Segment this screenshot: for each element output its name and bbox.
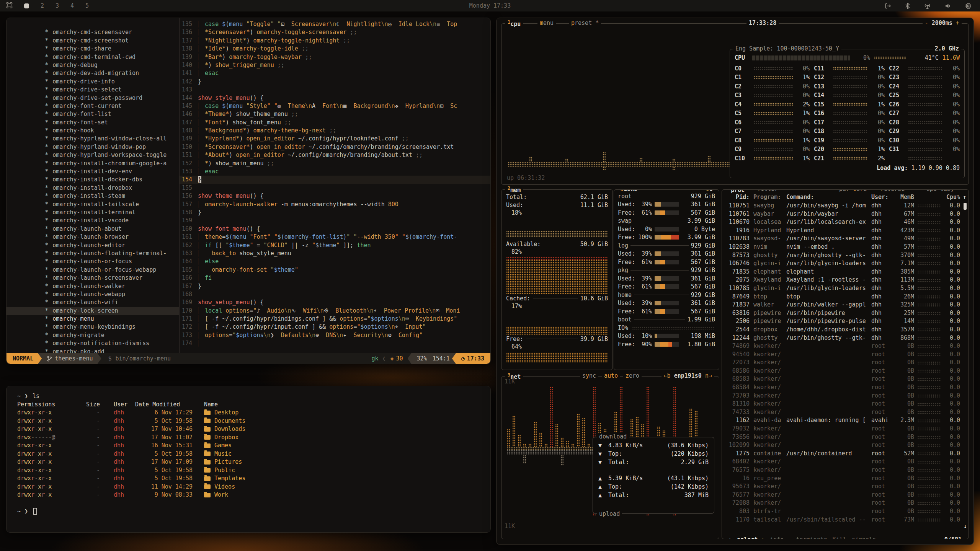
zero-toggle[interactable]: zero — [623, 372, 642, 379]
line-number: 147 — [180, 119, 198, 127]
io-mode-button[interactable]: io — [704, 189, 715, 192]
pid: 102099 — [725, 441, 750, 450]
proc-header[interactable]: Pid: Program: Command: User: MemB Cpu% ↑ — [725, 193, 966, 202]
code-line: 173▏ options="$options\n❯ Defaults\n⊕ DN… — [180, 331, 490, 339]
process-row[interactable]: 110751 swaybg /usr/bin/swaybg -i /hom dh… — [725, 202, 966, 210]
process-row[interactable]: 73656 kworker/ root 0B 0.0 — [725, 433, 966, 442]
pid: 68402 — [725, 458, 750, 466]
process-row[interactable]: 81310 kworker/ root 0B 0.0 — [725, 400, 966, 408]
proc-mem: 423M — [894, 227, 914, 235]
file-item[interactable]: *omarchy-cmd-screensaver — [7, 20, 179, 28]
filter-button[interactable]: filter — [755, 189, 780, 192]
code-text: ▏ *Nightlight*) omarchy-toggle-nightligh… — [198, 37, 490, 45]
interface-switcher[interactable]: ←b enp191s0 n→ — [662, 372, 714, 379]
program: ghostty — [750, 334, 786, 342]
disk-size: 929 GiB — [691, 242, 715, 249]
code-editor[interactable]: 135▏ case $(menu "Toggle" "⊡ Screensaver… — [180, 18, 490, 353]
process-row[interactable]: 2506 pipewire /usr/bin/pipewire-pulse dh… — [725, 317, 966, 326]
git-branch-segment[interactable]: themes-menu — [38, 353, 101, 364]
line-number: 139 — [180, 53, 198, 61]
process-row[interactable]: 95673 kworker/ root 0B 0.0 — [725, 483, 966, 491]
download-stat: ▼Total:2.29 GiB — [598, 458, 709, 466]
process-row[interactable]: 71837 walker /usr/bin/walker --gappl dhh… — [725, 301, 966, 309]
process-row[interactable]: 71835 elephant elephant dhh 385M 0.0 — [725, 268, 966, 276]
scroll-down-icon[interactable]: ↓ — [964, 523, 967, 530]
line-number: 158 — [180, 209, 198, 217]
proc-mem: 113M — [894, 276, 914, 284]
process-row[interactable]: 803 btrfs-tr root 0B 0.0 — [725, 507, 966, 516]
interval-plus[interactable]: + — [956, 20, 959, 26]
process-row[interactable]: 72073 kworker/ root 0B 0.0 — [725, 359, 966, 367]
core-percent: 0% — [871, 83, 885, 90]
process-row[interactable]: 110785 glycin-i /usr/lib/glycin-loaders … — [725, 284, 966, 293]
process-row[interactable]: 76575 kworker/ root 0B 0.0 — [725, 466, 966, 474]
process-row[interactable]: 12244 ghostty /usr/bin/ghostty --gtk- dh… — [725, 334, 966, 342]
process-row[interactable]: 68402 kworker/ root 0B 0.0 — [725, 458, 966, 466]
kill-button[interactable]: Kill — [833, 536, 846, 539]
process-row[interactable]: 76577 kworker/ root 0B 0.0 — [725, 491, 966, 499]
disks-panel: disks io root929 GiB Used:39%361 GiB Fre… — [614, 189, 719, 370]
program: avahi-da — [750, 416, 786, 425]
per-core-toggle[interactable]: per-core — [837, 189, 869, 192]
process-row[interactable]: 1916 Hyprland Hyprland dhh 423M 0.0 — [725, 227, 966, 235]
process-row[interactable]: 68586 kworker/ root 0B 0.0 — [725, 367, 966, 375]
file-name: omarchy-launch-about — [52, 225, 122, 232]
preset-button[interactable]: preset * — [569, 20, 601, 26]
menu-button[interactable]: menu — [537, 20, 556, 26]
terminal-cursor[interactable] — [33, 508, 37, 515]
process-row[interactable]: 94540 kworker/ root 0B 0.0 — [725, 350, 966, 359]
process-row[interactable]: 74869 kworker/ root 0B 0.0 — [725, 342, 966, 350]
process-row[interactable]: 102638 nvim nvim --embed . dhh 57M 0.0 — [725, 243, 966, 251]
terminate-button[interactable]: terminate — [796, 536, 827, 539]
reverse-toggle[interactable]: reverse — [878, 189, 907, 192]
info-button[interactable]: info ↵ — [770, 536, 791, 539]
proc-cpu-graph — [917, 386, 941, 389]
proc-mem: 0B — [894, 433, 914, 442]
proc-cpu: 0.0 — [944, 334, 960, 342]
proc-cpu: 0.0 — [944, 235, 960, 243]
signals-button[interactable]: signals — [852, 536, 876, 539]
process-row[interactable]: 68583 kworker/ root 0B 0.0 — [725, 375, 966, 383]
sync-toggle[interactable]: sync — [580, 372, 598, 379]
core-graph — [754, 121, 793, 124]
command: /usr/bin/ghostty --gtk- — [786, 251, 871, 260]
proc-mem: 0B — [894, 483, 914, 491]
file-name: omarchy-hyprland-window-close-all — [52, 135, 167, 142]
proc-cpu: 0.0 — [944, 441, 960, 450]
core-graph — [908, 148, 943, 151]
process-row[interactable]: 110761 waybar /usr/bin/waybar dhh 67M 0.… — [725, 210, 966, 218]
permissions: drwxr-xr-x — [17, 491, 82, 499]
process-row[interactable]: 87649 btop btop dhh 26M 0.0 — [725, 293, 966, 301]
process-row[interactable]: 1162 avahi-da avahi-daemon: running [ av… — [725, 416, 966, 425]
entry-name: Games — [204, 442, 232, 450]
auto-toggle[interactable]: auto — [602, 372, 620, 379]
process-row[interactable]: 106746 glycin-i /usr/lib/glycin-loaders … — [725, 259, 966, 268]
process-row[interactable]: 110783 swayosd- /usr/bin/swayosd-server … — [725, 235, 966, 243]
process-row[interactable]: 79032 kworker/ root 0B 0.0 — [725, 425, 966, 433]
disk-used-meter — [655, 301, 679, 305]
process-row[interactable]: 2544 dropbox /home/dhh/.dropbox-dist dhh… — [725, 326, 966, 334]
user: dhh — [100, 491, 135, 499]
file-name: omarchy-launch-wifi — [52, 299, 118, 306]
core-grid: C0 0% C1 1% C2 0% C3 0% C4 — [735, 64, 960, 163]
process-row[interactable]: 16 rcu_pree root 0B 0.0 — [725, 474, 966, 483]
process-row[interactable]: 73703 kworker/ root 0B 0.0 — [725, 392, 966, 400]
process-row[interactable]: 63816 pipewire /usr/bin/pipewire dhh 25M… — [725, 309, 966, 318]
interval-minus[interactable]: - — [925, 20, 928, 26]
terminal-window[interactable]: ~ ❯ ls Permissions Size User Date Modifi… — [6, 386, 491, 533]
process-row[interactable]: 110670 localsea /usr/lib/localsearch-ex … — [725, 218, 966, 227]
process-row[interactable]: 72088 kworker/ root 0B 0.0 — [725, 499, 966, 507]
proc-mem: 0B — [894, 383, 914, 392]
process-row[interactable]: 68584 kworker/ root 0B 0.0 — [725, 383, 966, 392]
process-row[interactable]: 1170 tailscal /usr/sbin/tailscaled -- ro… — [725, 516, 966, 524]
process-row[interactable]: 74733 kworker/ root 0B 0.0 — [725, 408, 966, 417]
proc-scrollbar-thumb[interactable] — [964, 203, 967, 210]
process-row[interactable]: 2075 Xwayland Xwayland :1 -rootless - dh… — [725, 276, 966, 284]
sort-column-selector[interactable]: ← cpu lazy → — [917, 189, 963, 192]
process-row[interactable]: 102099 kworker/ root 0B 0.0 — [725, 441, 966, 450]
process-row[interactable]: 1275 containe /usr/bin/containerd root 5… — [725, 450, 966, 458]
select-button[interactable]: select ↓ — [737, 536, 764, 539]
code-line: 141▏ esac — [180, 69, 490, 77]
disk-used-label: Used: — [618, 201, 635, 208]
process-row[interactable]: 87573 ghostty /usr/bin/ghostty --gtk- dh… — [725, 251, 966, 260]
